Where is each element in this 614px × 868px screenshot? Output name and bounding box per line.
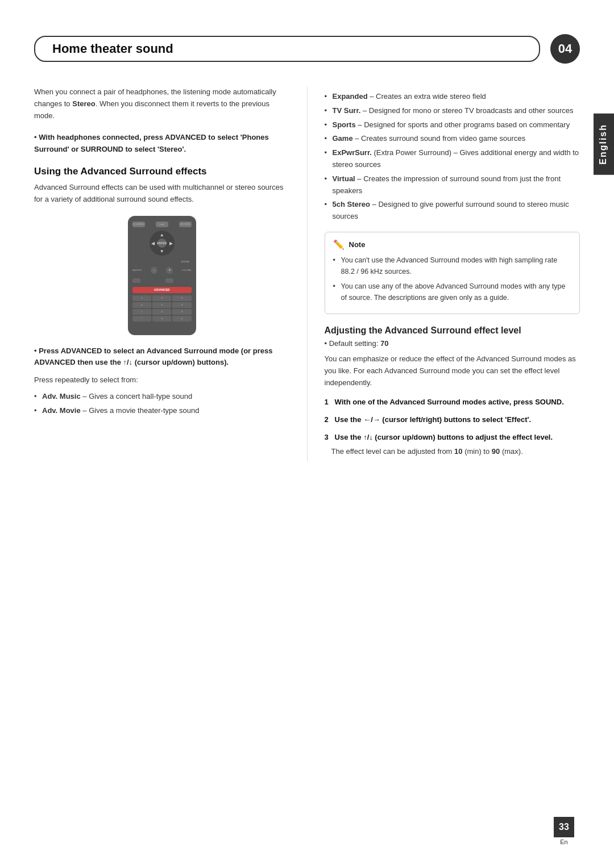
step-1-bold: 1 With one of the Advanced Surround mode… xyxy=(325,398,564,406)
remote-num-5: 5 xyxy=(152,302,171,308)
note-label: Note xyxy=(349,240,366,249)
note-list: You can't use the Advanced Surround mode… xyxy=(333,254,572,303)
game-item: Game – Creates surround sound from video… xyxy=(325,133,580,145)
headphones-bullet: • With headphones connected, press ADVAN… xyxy=(34,132,290,156)
adv-movie-label: Adv. Movie xyxy=(42,406,81,415)
5chstereo-label: 5ch Stereo xyxy=(333,200,370,208)
adj-heading: Adjusting the Advanced Surround effect l… xyxy=(325,326,580,336)
expanded-label: Expanded xyxy=(333,92,368,101)
step-3-bold: 3 Use the ↑/↓ (cursor up/down) buttons t… xyxy=(325,433,553,441)
adv-music-label: Adv. Music xyxy=(42,392,81,400)
left-column: When you connect a pair of headphones, t… xyxy=(34,86,307,461)
step-3-max: 90 xyxy=(492,447,500,456)
remote-vol-minus: - xyxy=(151,267,157,274)
remote-numpad: 1 2 3 4 5 6 7 8 9 * 0 # xyxy=(132,295,192,322)
sports-desc: – Designed for sports and other programs… xyxy=(358,120,570,129)
remote-tv-btn1 xyxy=(132,278,140,283)
remote-num-3: 3 xyxy=(172,295,191,301)
note-icon: ✏️ xyxy=(333,239,345,250)
step-3: 3 Use the ↑/↓ (cursor up/down) buttons t… xyxy=(325,432,580,444)
chapter-header: Home theater sound 04 xyxy=(34,34,580,64)
remote-enter-btn: ENTER xyxy=(157,239,167,248)
page-number-container: 33 En xyxy=(554,817,574,845)
remote-num-hash: # xyxy=(172,316,191,322)
remote-num-2: 2 xyxy=(152,295,171,301)
adv-movie-item: Adv. Movie – Gives a movie theater-type … xyxy=(34,405,290,417)
right-column: Expanded – Creates an extra wide stereo … xyxy=(307,86,580,461)
remote-down-arrow: ▼ xyxy=(160,249,164,254)
headphones-bullet-text: With headphones connected, press ADVANCE… xyxy=(34,133,269,153)
game-label: Game xyxy=(333,134,353,143)
page-lang: En xyxy=(560,838,567,845)
note-item-1: You can't use the Advanced Surround mode… xyxy=(333,254,572,277)
section1-heading: Using the Advanced Surround effects xyxy=(34,166,290,177)
remote-num-star: * xyxy=(132,316,151,322)
intro-paragraph: When you connect a pair of headphones, t… xyxy=(34,86,290,122)
remote-num-7: 7 xyxy=(132,309,151,315)
tvsurr-label: TV Surr. xyxy=(333,106,361,115)
step-3-min: 10 xyxy=(454,447,462,456)
remote-up-arrow: ▲ xyxy=(160,232,164,237)
remote-num-0: 0 xyxy=(152,316,171,322)
remote-num-6: 6 xyxy=(172,302,191,308)
remote-num-4: 4 xyxy=(132,302,151,308)
remote-sound-btn: SOUND xyxy=(179,259,192,265)
virtual-desc: – Creates the impression of surround sou… xyxy=(333,174,561,195)
game-desc: – Creates surround sound from video game… xyxy=(355,134,525,143)
chapter-title: Home theater sound xyxy=(34,36,540,62)
note-item-2-text: You can use any of the above Advanced Su… xyxy=(341,282,566,302)
page-container: Home theater sound 04 English When you c… xyxy=(0,0,614,868)
remote-image: SYS MENU Input RETURN ▲ ▼ ◀ ▶ ENTER xyxy=(34,216,290,335)
remote-advanced-btn: ADVANCED xyxy=(132,287,192,293)
adj-default: • Default setting: 70 xyxy=(325,339,580,348)
remote-right-arrow: ▶ xyxy=(169,240,173,245)
adv-music-desc: – Gives a concert hall-type sound xyxy=(82,392,192,400)
remote-num-8: 8 xyxy=(152,309,171,315)
adj-default-value: 70 xyxy=(380,339,388,348)
remote-control: SYS MENU Input RETURN ▲ ▼ ◀ ▶ ENTER xyxy=(128,216,196,335)
remote-return-btn: RETURN xyxy=(179,222,192,227)
english-tab: English xyxy=(594,114,614,175)
remote-sound-row: SOUND xyxy=(132,259,192,265)
step-3-end: (max). xyxy=(500,447,522,456)
virtual-item: Virtual – Creates the impression of surr… xyxy=(325,173,580,197)
remote-bottom-btn xyxy=(132,324,192,328)
adv-music-item: Adv. Music – Gives a concert hall-type s… xyxy=(34,391,290,403)
step-3-mid: (min) to xyxy=(463,447,492,456)
expanded-desc: – Creates an extra wide stereo field xyxy=(370,92,486,101)
page-number-box: 33 xyxy=(554,817,574,837)
step-2-bold: 2 Use the ←/→ (cursor left/right) button… xyxy=(325,415,532,424)
sports-label: Sports xyxy=(333,120,356,129)
adj-default-label: Default setting: xyxy=(329,339,380,348)
press-advanced-text: Press ADVANCED to select an Advanced Sur… xyxy=(34,347,272,367)
surround-modes-list: Expanded – Creates an extra wide stereo … xyxy=(325,91,580,223)
tvsurr-desc: – Designed for mono or stereo TV broadca… xyxy=(363,106,573,115)
remote-left-arrow: ◀ xyxy=(151,240,155,245)
remote-vol-plus: + xyxy=(166,267,173,274)
remote-sys-menu-btn: SYS MENU xyxy=(132,222,145,227)
note-item-2: You can use any of the above Advanced Su… xyxy=(333,281,572,303)
adv-movie-desc: – Gives a movie theater-type sound xyxy=(82,406,199,415)
tvsurr-item: TV Surr. – Designed for mono or stereo T… xyxy=(325,105,580,117)
remote-top-row: SYS MENU Input RETURN xyxy=(132,222,192,227)
note-item-1-text: You can't use the Advanced Surround mode… xyxy=(341,256,558,276)
virtual-label: Virtual xyxy=(333,174,355,183)
section1-body: Advanced Surround effects can be used wi… xyxy=(34,182,290,206)
remote-dpad: ▲ ▼ ◀ ▶ ENTER xyxy=(150,231,175,256)
step-3-sub-text: The effect level can be adjusted from xyxy=(331,447,455,456)
step-3-sub: The effect level can be adjusted from 10… xyxy=(325,446,580,458)
5chstereo-item: 5ch Stereo – Designed to give powerful s… xyxy=(325,199,580,223)
remote-vol-label: MASTER xyxy=(132,269,142,272)
adv-modes-list: Adv. Music – Gives a concert hall-type s… xyxy=(34,391,290,417)
note-box: ✏️ Note You can't use the Advanced Surro… xyxy=(325,232,580,314)
adj-body: You can emphasize or reduce the effect o… xyxy=(325,353,580,389)
note-header: ✏️ Note xyxy=(333,239,572,250)
expwrsurr-item: ExPwrSurr. (Extra Power Surround) – Give… xyxy=(325,147,580,171)
remote-input-btn: Input xyxy=(156,222,168,227)
press-repeat-text: Press repeatedly to select from: xyxy=(34,374,290,386)
remote-num-9: 9 xyxy=(172,309,191,315)
remote-vol-label2: VOLUME xyxy=(182,269,192,272)
remote-num-1: 1 xyxy=(132,295,151,301)
chapter-number: 04 xyxy=(550,34,580,64)
content-columns: When you connect a pair of headphones, t… xyxy=(34,86,580,461)
